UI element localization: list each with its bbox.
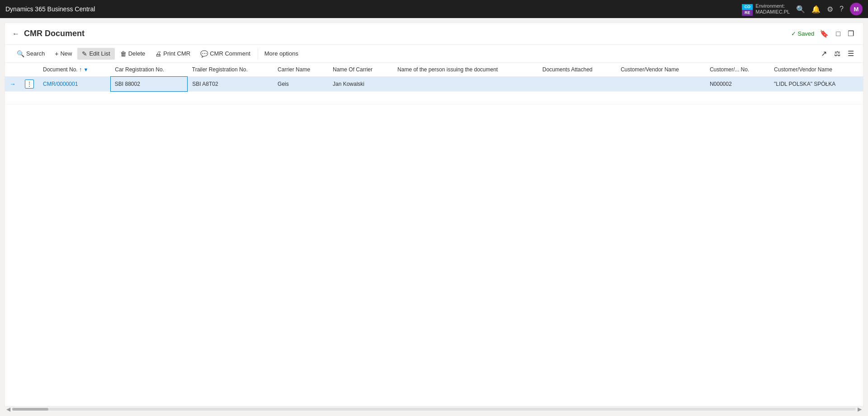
- more-options-button[interactable]: More options: [261, 48, 302, 59]
- page-container: ← CMR Document ✓ Saved 🔖 □ ❐ 🔍 Search + …: [5, 23, 863, 411]
- share-icon[interactable]: ↗: [819, 47, 829, 60]
- row-arrow-icon: →: [5, 77, 20, 92]
- cell-issuing-person[interactable]: [393, 77, 538, 92]
- cell-customer-vendor-name2[interactable]: "LIDL POLSKA" SPÓŁKA: [769, 77, 863, 92]
- col-customer-vendor-name-label: Customer/Vendor Name: [621, 66, 679, 73]
- row-menu-cell: ⋮: [20, 77, 38, 92]
- notifications-icon[interactable]: 🔔: [811, 5, 821, 14]
- row-context-menu-button[interactable]: ⋮: [25, 79, 34, 89]
- col-customer-no-label: Customer/... No.: [710, 66, 749, 73]
- cmr-comment-label: CMR Comment: [210, 50, 250, 57]
- col-docs-attached-label: Documents Attached: [542, 66, 593, 73]
- search-label: Search: [26, 50, 45, 57]
- help-icon[interactable]: ?: [840, 5, 844, 13]
- bookmark-icon[interactable]: 🔖: [818, 28, 830, 40]
- env-square-icon: CO RE: [742, 4, 753, 14]
- table-row[interactable]: → ⋮ CMR/0000001 SBI 88002 SBI A8T02 Geis…: [5, 77, 863, 92]
- user-avatar[interactable]: M: [850, 3, 863, 15]
- cell-customer-vendor-name[interactable]: [616, 77, 705, 92]
- back-button[interactable]: ←: [12, 30, 19, 38]
- toolbar-left: 🔍 Search + New ✎ Edit List 🗑 Delete 🖨 Pr…: [12, 48, 302, 60]
- col-customer-vendor-name[interactable]: Customer/Vendor Name: [616, 63, 705, 77]
- col-customer-vendor-name2-label: Customer/Vendor Name: [774, 66, 832, 73]
- filter-active-icon: ▼: [83, 67, 88, 72]
- col-trailer-reg-label: Trailer Registration No.: [192, 66, 248, 73]
- col-car-reg-label: Car Registration No.: [115, 66, 164, 73]
- environment-badge: CO RE Environment: MADAMIEC.PL: [742, 3, 790, 15]
- filter-icon[interactable]: ⚖: [832, 47, 842, 60]
- cmr-comment-button[interactable]: 💬 CMR Comment: [196, 48, 255, 60]
- col-carrier-name[interactable]: Carrier Name: [273, 63, 328, 77]
- col-doc-no[interactable]: Document No. ↑ ▼: [38, 63, 110, 77]
- table-row-empty: [5, 92, 863, 104]
- comment-icon: 💬: [200, 50, 208, 57]
- cell-docs-attached[interactable]: [538, 77, 616, 92]
- col-docs-attached[interactable]: Documents Attached: [538, 63, 616, 77]
- cmr-table: Document No. ↑ ▼ Car Registration No. Tr…: [5, 63, 863, 104]
- cell-trailer-reg[interactable]: SBI A8T02: [188, 77, 273, 92]
- col-arrow: [5, 63, 20, 77]
- print-cmr-button[interactable]: 🖨 Print CMR: [151, 48, 195, 60]
- search-button[interactable]: 🔍 Search: [12, 48, 49, 60]
- columns-icon[interactable]: ☰: [846, 47, 856, 60]
- table-container: Document No. ↑ ▼ Car Registration No. Tr…: [5, 63, 863, 104]
- col-name-of-carrier-label: Name Of Carrier: [333, 66, 373, 73]
- col-name-of-carrier[interactable]: Name Of Carrier: [328, 63, 393, 77]
- edit-list-icon: ✎: [82, 50, 87, 57]
- cell-customer-no[interactable]: N000002: [705, 77, 769, 92]
- delete-icon: 🗑: [120, 50, 127, 57]
- nav-right: CO RE Environment: MADAMIEC.PL 🔍 🔔 ⚙ ? M: [742, 3, 863, 15]
- app-title: Dynamics 365 Business Central: [5, 5, 95, 13]
- page-header: ← CMR Document ✓ Saved 🔖 □ ❐: [5, 23, 863, 45]
- edit-list-button[interactable]: ✎ Edit List: [77, 48, 114, 60]
- edit-list-label: Edit List: [89, 50, 110, 57]
- top-navigation: Dynamics 365 Business Central CO RE Envi…: [0, 0, 868, 18]
- new-label: New: [60, 50, 72, 57]
- toolbar: 🔍 Search + New ✎ Edit List 🗑 Delete 🖨 Pr…: [5, 45, 863, 63]
- scrollbar-track[interactable]: [12, 408, 856, 411]
- search-icon: 🔍: [17, 50, 24, 57]
- scroll-left-arrow[interactable]: ◀: [5, 406, 12, 412]
- cell-name-of-carrier[interactable]: Jan Kowalski: [328, 77, 393, 92]
- env-name: MADAMIEC.PL: [755, 9, 790, 15]
- cell-doc-no[interactable]: CMR/0000001: [38, 77, 110, 92]
- cell-carrier-name[interactable]: Geis: [273, 77, 328, 92]
- new-button[interactable]: + New: [50, 48, 76, 60]
- horizontal-scrollbar[interactable]: ◀ ▶: [5, 406, 863, 411]
- print-icon: 🖨: [155, 50, 161, 57]
- col-trailer-reg[interactable]: Trailer Registration No.: [188, 63, 273, 77]
- env-re: RE: [742, 10, 753, 16]
- scrollbar-thumb[interactable]: [12, 408, 48, 411]
- resize-icon[interactable]: □: [834, 28, 842, 40]
- nav-left: Dynamics 365 Business Central: [5, 5, 95, 13]
- print-cmr-label: Print CMR: [163, 50, 190, 57]
- header-left: ← CMR Document: [12, 29, 85, 38]
- toolbar-separator: [258, 48, 258, 59]
- page-title: CMR Document: [24, 29, 85, 38]
- new-icon: +: [55, 50, 58, 57]
- search-nav-icon[interactable]: 🔍: [796, 5, 805, 14]
- col-doc-no-label: Document No. ↑: [43, 66, 82, 73]
- scroll-right-arrow[interactable]: ▶: [856, 406, 863, 412]
- maximize-icon[interactable]: ❐: [846, 28, 856, 40]
- header-right: ✓ Saved 🔖 □ ❐: [791, 28, 856, 40]
- col-car-reg[interactable]: Car Registration No.: [110, 63, 187, 77]
- col-carrier-name-label: Carrier Name: [278, 66, 310, 73]
- col-issuing-person-label: Name of the person issuing the document: [397, 66, 498, 73]
- cell-car-reg[interactable]: SBI 88002: [110, 77, 187, 92]
- saved-status: ✓ Saved: [791, 30, 814, 37]
- table-header-row: Document No. ↑ ▼ Car Registration No. Tr…: [5, 63, 863, 77]
- settings-icon[interactable]: ⚙: [827, 5, 833, 14]
- delete-label: Delete: [128, 50, 146, 57]
- col-customer-no[interactable]: Customer/... No.: [705, 63, 769, 77]
- col-menu: [20, 63, 38, 77]
- toolbar-right: ↗ ⚖ ☰: [819, 47, 856, 60]
- col-customer-vendor-name2[interactable]: Customer/Vendor Name: [769, 63, 863, 77]
- delete-button[interactable]: 🗑 Delete: [116, 48, 150, 60]
- env-label: Environment:: [755, 3, 790, 9]
- col-issuing-person[interactable]: Name of the person issuing the document: [393, 63, 538, 77]
- env-co: CO: [742, 4, 753, 10]
- env-text: Environment: MADAMIEC.PL: [755, 3, 790, 15]
